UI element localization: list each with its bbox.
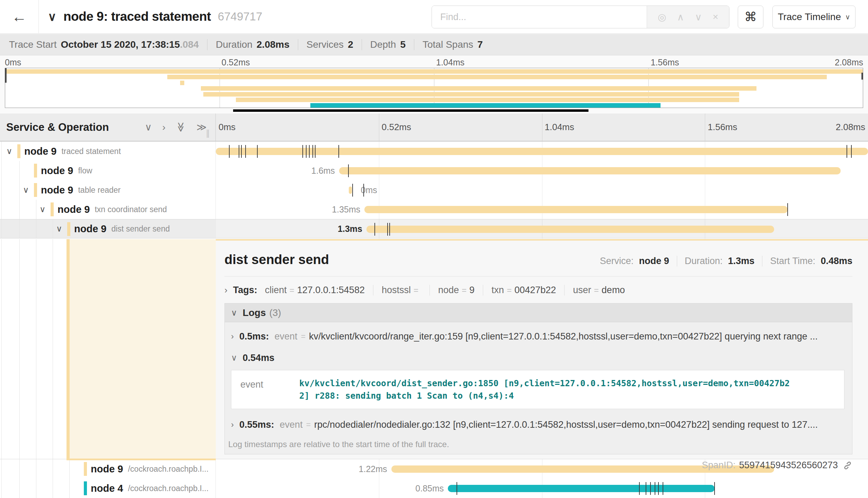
span-bar[interactable] [366, 226, 774, 233]
service-color-bar [84, 481, 87, 495]
service-name[interactable]: node 9txn coordinator send [57, 200, 167, 219]
indent-guide [1, 161, 2, 180]
log-timestamp: 0.54ms [243, 353, 275, 363]
span-row-timeline-cell[interactable]: 0.85ms [216, 479, 868, 498]
collapse-chevron-icon[interactable]: ∨ [48, 10, 56, 24]
span-row[interactable]: ∨node 9table reader0ms [0, 180, 868, 200]
tag-value: 9 [469, 285, 475, 296]
span-duration-label: 1.6ms [216, 161, 335, 180]
ruler-tick-label: 0ms [219, 122, 236, 133]
minimap-right-scrubber[interactable] [861, 73, 863, 80]
row-expand-chevron-icon[interactable]: ∨ [23, 180, 29, 200]
log-marker-tick [302, 145, 303, 158]
timeline-ruler: 0ms0.52ms1.04ms1.56ms2.08ms [216, 114, 868, 141]
service-name[interactable]: node 9flow [41, 161, 92, 180]
service-name[interactable]: node 9/cockroach.roachpb.I... [91, 459, 209, 479]
span-meta-item: Duration: 1.3ms [677, 256, 755, 266]
collapse-all-icon[interactable]: ≫ [175, 122, 187, 132]
span-bar[interactable] [364, 206, 788, 213]
top-bar: ← ∨ node 9: traced statement 6749717 ◎ ∧… [0, 0, 868, 34]
logs-label: Logs [243, 307, 266, 318]
span-row[interactable]: ∨node 9dist sender send1.3ms [0, 219, 868, 238]
tag-value: demo [602, 285, 625, 296]
row-expand-chevron-icon[interactable]: ∨ [6, 142, 12, 161]
log-marker-tick [312, 145, 313, 158]
minimap-canvas[interactable] [5, 68, 863, 108]
row-expand-chevron-icon[interactable]: ∨ [56, 219, 62, 238]
log-equals: = [306, 420, 311, 429]
span-row-timeline-cell[interactable] [216, 142, 868, 161]
log-marker-tick [389, 223, 390, 236]
tags-row[interactable]: ›Tags:client=127.0.0.1:54582hostssl=node… [224, 285, 852, 296]
service-name[interactable]: node 9table reader [41, 180, 121, 200]
span-row-timeline-cell[interactable]: 1.3ms [216, 219, 868, 238]
span-row[interactable]: ∨node 9txn coordinator send1.35ms [0, 200, 868, 219]
service-name[interactable]: node 9dist sender send [74, 219, 170, 238]
log-marker-tick [639, 482, 640, 495]
log-marker-tick [374, 223, 375, 236]
span-color-bottom-accent [67, 459, 216, 460]
log-expand-chevron-icon: ∨ [231, 353, 237, 363]
expand-one-icon[interactable]: › [162, 122, 166, 133]
indent-guide [19, 180, 20, 200]
span-row[interactable]: ∨node 9traced statement [0, 142, 868, 161]
locate-icon[interactable]: ◎ [658, 11, 666, 23]
back-button[interactable]: ← [0, 0, 39, 33]
view-select-button[interactable]: Trace Timeline ∨ [772, 6, 856, 28]
trace-summary-item: Depth5 [362, 39, 406, 50]
service-name[interactable]: node 4/cockroach.roachpb.I... [91, 479, 209, 498]
tag-item: txn=00427b22 [483, 285, 556, 296]
span-row-timeline-cell[interactable]: 1.35ms [216, 200, 868, 219]
prev-match-icon[interactable]: ∧ [677, 11, 684, 23]
expand-all-icon[interactable]: ≫ [196, 121, 206, 133]
log-timestamp: 0.5ms: [239, 331, 269, 342]
tag-key: client [265, 285, 287, 296]
tag-item: client=127.0.0.1:54582 [265, 285, 365, 296]
span-bar[interactable] [448, 485, 715, 492]
log-entry[interactable]: ›0.55ms:event=rpc/nodedialer/nodedialer.… [228, 414, 846, 435]
minimap-left-scrubber[interactable] [5, 68, 7, 83]
trace-summary-item: Services2 [298, 39, 353, 50]
log-field-name: event [240, 377, 299, 402]
span-detail-title: dist sender send [224, 252, 329, 267]
minimap-tick-labels: 0ms0.52ms1.04ms1.56ms2.08ms [5, 57, 863, 67]
span-row-timeline-cell[interactable]: 0ms [216, 180, 868, 200]
indent-guide [19, 239, 20, 459]
indent-guide [53, 459, 53, 479]
clear-find-icon[interactable]: × [713, 11, 718, 22]
next-match-icon[interactable]: ∨ [695, 11, 702, 23]
log-entry[interactable]: ›0.5ms:event=kv/kvclient/kvcoord/range_i… [228, 326, 846, 347]
span-detail-header: dist sender sendService: node 9Duration:… [224, 252, 852, 267]
span-row-timeline-cell[interactable]: 1.6ms [216, 161, 868, 180]
log-field-name: event [275, 331, 298, 342]
row-expand-chevron-icon[interactable]: ∨ [39, 200, 46, 219]
log-text: rpc/nodedialer/nodedialer.go:132 [n9,cli… [314, 419, 818, 430]
minimap-tick-label: 1.56ms [651, 57, 679, 67]
minimap-span-bar [236, 98, 739, 102]
collapse-one-icon[interactable]: ∨ [145, 121, 152, 133]
find-input[interactable] [432, 6, 647, 28]
logs-body: ›0.5ms:event=kv/kvclient/kvcoord/range_i… [225, 322, 852, 437]
span-bar[interactable] [349, 187, 352, 194]
log-entry[interactable]: ∨0.54ms [228, 347, 846, 369]
service-name[interactable]: node 9traced statement [24, 142, 121, 161]
copy-link-icon[interactable] [843, 461, 852, 470]
tags-expand-chevron-icon[interactable]: › [224, 285, 228, 296]
span-meta-value: 0.48ms [821, 256, 852, 266]
span-bar[interactable] [216, 148, 868, 155]
log-marker-tick [658, 482, 659, 495]
minimap-span-bar [167, 75, 827, 79]
minimap-span-bar [310, 103, 660, 108]
span-row[interactable]: node 4/cockroach.roachpb.I...0.85ms [0, 479, 868, 498]
indent-guide [19, 219, 20, 238]
indent-guide [19, 161, 20, 180]
span-bar[interactable] [339, 167, 841, 174]
span-row[interactable]: node 9flow1.6ms [0, 161, 868, 180]
logs-section-header[interactable]: ∨Logs(3) [225, 304, 852, 322]
keyboard-shortcuts-button[interactable]: ⌘ [738, 6, 763, 28]
minimap-range-bar[interactable] [233, 109, 588, 112]
log-marker-tick [245, 145, 246, 158]
column-resize-grip[interactable]: ∥ [206, 128, 210, 138]
indent-guide [1, 200, 2, 219]
span-detail-meta: Service: node 9Duration: 1.3msStart Time… [600, 256, 852, 266]
